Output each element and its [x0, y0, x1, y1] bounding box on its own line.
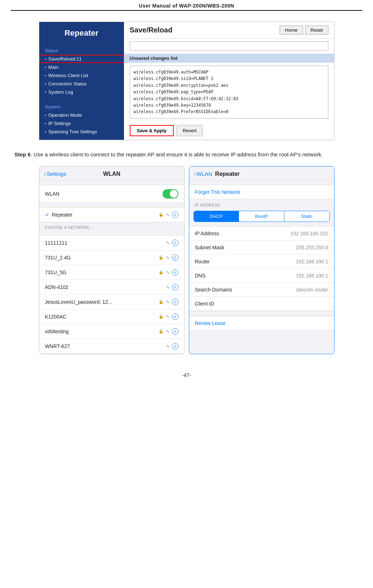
- router-ui: Repeater Status Save/Reload:11 Main Wire…: [39, 22, 334, 140]
- sidebar-item-connection-status[interactable]: Connection Status: [39, 80, 124, 88]
- network-row[interactable]: WNRT-627 ∿ i: [39, 339, 184, 353]
- revert-button[interactable]: Revert: [177, 125, 203, 136]
- network-icons: ∿ i: [166, 343, 178, 349]
- ip-address-value: 192.168.100.102: [290, 231, 328, 236]
- network-row[interactable]: JesusLovesU_password: 12... 🔒 ∿ i: [39, 295, 184, 309]
- renew-lease-link[interactable]: Renew Lease: [195, 320, 226, 326]
- reset-button[interactable]: Reset: [305, 26, 328, 35]
- page-footer: -47-: [0, 361, 373, 382]
- dns-row: DNS 192.168.100.1: [189, 269, 334, 283]
- client-id-row: Client ID: [189, 297, 334, 311]
- dhcp-button[interactable]: DHCP: [194, 211, 239, 222]
- info-icon[interactable]: i: [172, 254, 178, 261]
- network-row[interactable]: K1200AC 🔒 ∿ i: [39, 309, 184, 324]
- save-apply-button[interactable]: Save & Apply: [130, 125, 174, 136]
- step6-body: . Use a wireless client to connect to th…: [31, 151, 323, 157]
- choose-network-label: CHOOSE A NETWORK...: [39, 222, 184, 231]
- renew-lease-row[interactable]: Renew Lease: [189, 316, 334, 330]
- page-header: User Manual of WAP-200N/WBS-200N: [11, 0, 362, 11]
- sidebar-item-save-reload[interactable]: Save/Reload:11: [39, 55, 124, 63]
- info-icon[interactable]: i: [172, 240, 178, 246]
- changes-list: wireless.cfg039e49.auth=MSCHAP wireless.…: [130, 66, 328, 119]
- network-row[interactable]: vdsltesting 🔒 ∿ i: [39, 324, 184, 339]
- lock-icon: 🔒: [159, 212, 164, 217]
- change-item: wireless.cfg039e49.encryption=psk2 aes: [134, 82, 324, 89]
- wifi-icon: ∿: [166, 284, 170, 290]
- network-list: 11111111 ∿ i 731U_2.4G 🔒 ∿ i: [39, 235, 184, 354]
- home-button[interactable]: Home: [280, 26, 303, 35]
- info-icon[interactable]: i: [172, 284, 178, 290]
- router-main-title: Save/Reload: [130, 26, 173, 34]
- sidebar-item-spanning-tree[interactable]: Spanning Tree Settings: [39, 128, 124, 136]
- info-icon[interactable]: i: [172, 313, 178, 320]
- bootp-button[interactable]: BootP: [239, 211, 284, 222]
- sidebar-system-section: System: [39, 101, 124, 111]
- info-icon[interactable]: i: [172, 269, 178, 276]
- network-row[interactable]: ADN-4102 ∿ i: [39, 280, 184, 295]
- change-item: wireless.cfg039e49.key=12345678: [134, 102, 324, 108]
- client-id-label: Client ID: [195, 301, 328, 307]
- sidebar-item-label: Operation Mode: [48, 112, 82, 118]
- sidebar-item-main[interactable]: Main: [39, 63, 124, 71]
- router-row: Router 192.168.100.1: [189, 255, 334, 269]
- lock-icon: 🔒: [159, 329, 164, 334]
- change-item: wireless.cfg039e49.eap_type=PEAP: [134, 89, 324, 95]
- network-row[interactable]: 11111111 ∿ i: [39, 236, 184, 250]
- wifi-icon: ∿: [166, 212, 170, 217]
- network-name: 731U_2.4G: [45, 255, 159, 260]
- network-icons: 🔒 ∿ i: [159, 313, 178, 320]
- sidebar-item-label: Save/Reload:11: [48, 56, 82, 62]
- info-icon[interactable]: i: [172, 211, 178, 218]
- wifi-icon: ∿: [166, 270, 170, 275]
- mobile-screens: ‹ Settings WLAN WLAN ✓ Repeater: [39, 166, 334, 354]
- info-icon[interactable]: i: [172, 343, 178, 349]
- network-icons: ∿ i: [166, 240, 178, 246]
- router-btn-group: Home Reset: [280, 26, 328, 35]
- repeater-label: Repeater: [52, 212, 159, 218]
- lock-icon: 🔒: [159, 314, 164, 319]
- repeater-title: Repeater: [215, 171, 240, 177]
- router-label: Router: [195, 259, 296, 264]
- info-icon[interactable]: i: [172, 328, 178, 335]
- ip-address-label: IP Address: [195, 231, 290, 236]
- router-main-panel: Save/Reload Home Reset Unsaved changes l…: [124, 22, 334, 140]
- subnet-mask-label: Subnet Mask: [195, 245, 296, 250]
- ip-address-row: IP Address 192.168.100.102: [189, 227, 334, 241]
- network-name: K1200AC: [45, 314, 159, 320]
- subnet-mask-value: 255.255.255.0: [296, 245, 328, 250]
- network-row[interactable]: 731U_2.4G 🔒 ∿ i: [39, 250, 184, 265]
- router-sidebar: Repeater Status Save/Reload:11 Main Wire…: [39, 22, 124, 140]
- static-button[interactable]: Static: [284, 211, 329, 222]
- chevron-left-icon: ‹: [44, 171, 46, 177]
- wifi-icon: ∿: [166, 299, 170, 304]
- wlan-toggle[interactable]: [163, 189, 178, 199]
- sidebar-item-ip-settings[interactable]: IP Settings: [39, 119, 124, 128]
- wlan-nav-bar: ‹ Settings WLAN: [39, 166, 184, 181]
- sidebar-item-wireless-client-list[interactable]: Wireless Client List: [39, 71, 124, 80]
- search-domains-row: Search Domains sitecom.router: [189, 283, 334, 297]
- repeater-back-button[interactable]: ‹ WLAN: [194, 171, 212, 177]
- network-name: vdsltesting: [45, 329, 159, 334]
- lock-icon: 🔒: [159, 270, 164, 275]
- info-icon[interactable]: i: [172, 299, 178, 305]
- repeater-ip-panel: ‹ WLAN Repeater Forget This Network IP A…: [189, 166, 334, 354]
- repeater-row[interactable]: ✓ Repeater 🔒 ∿ i: [39, 208, 184, 222]
- wlan-title: WLAN: [103, 171, 120, 177]
- lock-icon: 🔒: [159, 255, 164, 260]
- network-row[interactable]: 731U_5G 🔒 ∿ i: [39, 265, 184, 280]
- search-input[interactable]: [130, 41, 328, 51]
- forget-network-row[interactable]: Forget This Network: [189, 185, 334, 199]
- network-icons: 🔒 ∿ i: [159, 269, 178, 276]
- changes-label: Unsaved changes list: [124, 54, 334, 63]
- network-icons: 🔒 ∿ i: [159, 299, 178, 305]
- forget-network-link[interactable]: Forget This Network: [195, 189, 240, 195]
- repeater-nav-bar: ‹ WLAN Repeater: [189, 166, 334, 181]
- sidebar-item-operation-mode[interactable]: Operation Mode: [39, 111, 124, 119]
- sidebar-item-label: Main: [48, 64, 58, 70]
- wlan-back-button[interactable]: ‹ Settings: [44, 171, 66, 177]
- sidebar-item-label: Wireless Client List: [48, 73, 88, 78]
- checkmark-icon: ✓: [45, 211, 50, 218]
- sidebar-item-system-log[interactable]: System Log: [39, 88, 124, 96]
- sidebar-item-label: Connection Status: [48, 81, 86, 86]
- network-icons: 🔒 ∿ i: [159, 254, 178, 261]
